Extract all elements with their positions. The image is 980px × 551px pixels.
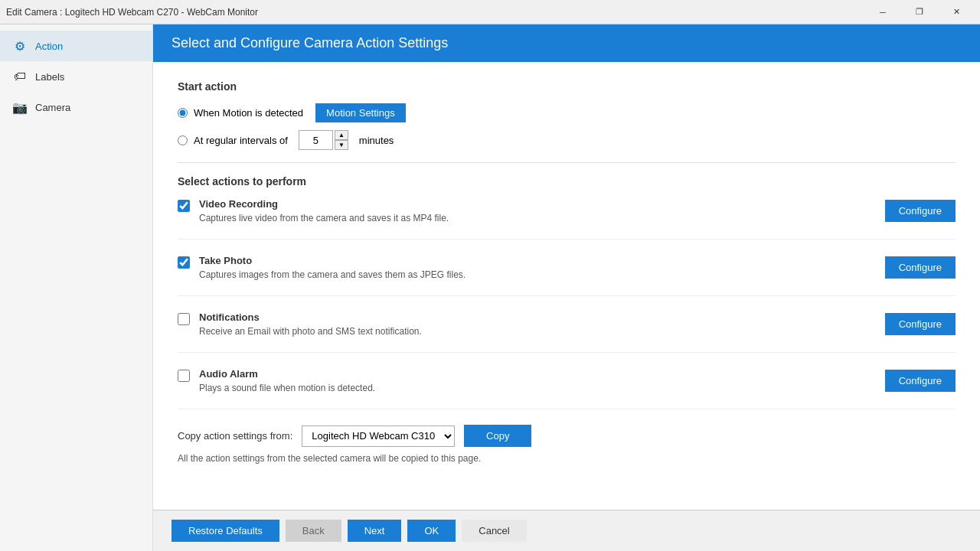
notifications-info: Notifications Receive an Email with phot… (199, 311, 885, 337)
app-body: ⚙ Action 🏷 Labels 📷 Camera Select and Co… (0, 24, 980, 551)
select-actions-title: Select actions to perform (178, 175, 956, 187)
sidebar-item-action-label: Action (35, 41, 63, 52)
video-recording-info: Video Recording Captures live video from… (199, 198, 885, 223)
action-row-video-recording: Video Recording Captures live video from… (178, 198, 956, 240)
cancel-button[interactable]: Cancel (462, 520, 526, 542)
main-content: Select and Configure Camera Action Setti… (153, 24, 980, 551)
interval-spinners: ▲ ▼ (335, 130, 348, 150)
sidebar-item-labels[interactable]: 🏷 Labels (0, 61, 152, 92)
close-button[interactable]: ✕ (939, 0, 974, 24)
take-photo-checkbox[interactable] (178, 256, 190, 269)
take-photo-checkbox-col (178, 255, 190, 271)
audio-alarm-info: Audio Alarm Plays a sound file when moti… (199, 368, 885, 393)
configure-alarm-button[interactable]: Configure (885, 370, 956, 392)
radio-motion-row: When Motion is detected Motion Settings (178, 103, 956, 122)
radio-interval-label[interactable]: At regular intervals of (194, 135, 288, 146)
minimize-button[interactable]: ─ (865, 0, 900, 24)
content-area: Start action When Motion is detected Mot… (153, 62, 980, 510)
configure-notifications-button[interactable]: Configure (885, 313, 956, 335)
notifications-checkbox[interactable] (178, 313, 190, 325)
radio-motion-label[interactable]: When Motion is detected (194, 107, 303, 119)
video-recording-name: Video Recording (199, 198, 885, 210)
copy-section: Copy action settings from: Logitech HD W… (178, 425, 956, 464)
interval-input-group: ▲ ▼ (299, 130, 348, 150)
configure-photo-button[interactable]: Configure (885, 256, 956, 279)
configure-video-button[interactable]: Configure (885, 200, 956, 222)
notifications-name: Notifications (199, 311, 885, 323)
audio-alarm-desc: Plays a sound file when motion is detect… (199, 383, 885, 393)
video-recording-checkbox[interactable] (178, 200, 190, 212)
radio-motion[interactable] (178, 108, 188, 118)
sidebar-item-camera[interactable]: 📷 Camera (0, 92, 152, 122)
restore-button[interactable]: ❐ (902, 0, 937, 24)
back-button: Back (286, 520, 341, 542)
audio-alarm-checkbox[interactable] (178, 370, 190, 382)
take-photo-name: Take Photo (199, 255, 885, 266)
sidebar-item-action[interactable]: ⚙ Action (0, 31, 152, 61)
action-row-audio-alarm: Audio Alarm Plays a sound file when moti… (178, 368, 956, 409)
divider-1 (178, 162, 956, 163)
motion-settings-button[interactable]: Motion Settings (315, 103, 406, 122)
restore-defaults-button[interactable]: Restore Defaults (172, 520, 279, 542)
main-header: Select and Configure Camera Action Setti… (153, 24, 980, 62)
radio-interval-row: At regular intervals of ▲ ▼ minutes (178, 130, 956, 150)
ok-button[interactable]: OK (407, 520, 456, 542)
take-photo-info: Take Photo Captures images from the came… (199, 255, 885, 280)
spin-up-button[interactable]: ▲ (335, 130, 348, 140)
title-bar-text: Edit Camera : Logitech HD Webcam C270 - … (6, 7, 258, 18)
copy-camera-select[interactable]: Logitech HD Webcam C310 Logitech HD Webc… (302, 425, 455, 447)
video-recording-checkbox-col (178, 198, 190, 214)
camera-icon: 📷 (12, 99, 28, 115)
copy-row: Copy action settings from: Logitech HD W… (178, 425, 956, 447)
action-row-take-photo: Take Photo Captures images from the came… (178, 255, 956, 296)
interval-number-input[interactable] (299, 130, 333, 150)
audio-alarm-name: Audio Alarm (199, 368, 885, 380)
radio-interval[interactable] (178, 135, 188, 145)
next-button[interactable]: Next (348, 520, 402, 542)
notifications-checkbox-col (178, 311, 190, 328)
action-row-notifications: Notifications Receive an Email with phot… (178, 311, 956, 353)
notifications-desc: Receive an Email with photo and SMS text… (199, 326, 885, 337)
spin-down-button[interactable]: ▼ (335, 140, 348, 150)
take-photo-desc: Captures images from the camera and save… (199, 269, 885, 280)
title-bar: Edit Camera : Logitech HD Webcam C270 - … (0, 0, 980, 24)
labels-icon: 🏷 (12, 69, 28, 84)
sidebar-item-camera-label: Camera (35, 102, 70, 113)
title-bar-controls: ─ ❐ ✕ (865, 0, 974, 24)
audio-alarm-checkbox-col (178, 368, 190, 384)
action-icon: ⚙ (12, 38, 28, 54)
sidebar-item-labels-label: Labels (35, 71, 64, 83)
copy-note: All the action settings from the selecte… (178, 453, 956, 464)
video-recording-desc: Captures live video from the camera and … (199, 213, 885, 223)
copy-label: Copy action settings from: (178, 430, 292, 442)
copy-button[interactable]: Copy (464, 425, 531, 447)
sidebar: ⚙ Action 🏷 Labels 📷 Camera (0, 24, 153, 551)
start-action-title: Start action (178, 80, 956, 93)
header-title: Select and Configure Camera Action Setti… (172, 35, 448, 51)
interval-unit-label: minutes (359, 135, 394, 146)
footer: Restore Defaults Back Next OK Cancel (153, 510, 980, 551)
